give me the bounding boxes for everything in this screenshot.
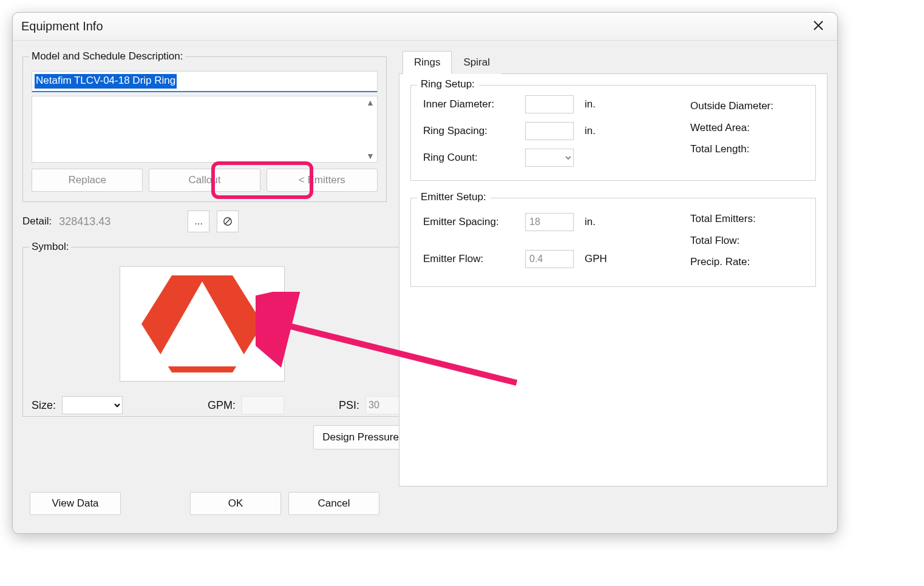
inner-diameter-input[interactable] xyxy=(525,95,574,113)
ring-count-label: Ring Count: xyxy=(423,152,520,164)
symbol-hexagon-icon xyxy=(141,269,263,379)
no-entry-icon xyxy=(223,217,233,226)
emitter-flow-unit: GPH xyxy=(585,253,615,265)
emitter-spacing-input[interactable] xyxy=(525,213,574,231)
emitter-flow-label: Emitter Flow: xyxy=(423,253,520,265)
ring-setup-group: Ring Setup: Inner Diameter: in. Ring Spa… xyxy=(410,85,816,181)
emitter-flow-input[interactable] xyxy=(525,250,574,268)
view-data-button[interactable]: View Data xyxy=(30,492,121,515)
design-pressure-button[interactable]: Design Pressure xyxy=(313,425,408,450)
scroll-down-icon[interactable]: ▼ xyxy=(366,151,375,161)
ring-spacing-input[interactable] xyxy=(525,122,574,140)
emitter-spacing-unit: in. xyxy=(585,216,615,228)
precip-rate-label: Precip. Rate: xyxy=(690,251,756,273)
ring-count-select[interactable] xyxy=(525,149,574,167)
total-length-label: Total Length: xyxy=(690,138,773,160)
detail-browse-button[interactable]: ... xyxy=(188,210,209,232)
size-label: Size: xyxy=(32,399,56,412)
replace-button[interactable]: Replace xyxy=(32,169,143,192)
annotation-highlight-rect xyxy=(211,161,313,199)
inner-diameter-label: Inner Diameter: xyxy=(423,98,520,110)
detail-label: Detail: xyxy=(22,215,52,227)
model-listbox[interactable]: ▲ ▼ xyxy=(32,96,378,163)
total-flow-label: Total Flow: xyxy=(690,230,756,252)
tabstrip: Rings Spiral xyxy=(399,50,827,74)
close-icon[interactable] xyxy=(808,16,829,37)
model-schedule-group: Model and Schedule Description: Netafim … xyxy=(22,50,387,202)
model-schedule-label: Model and Schedule Description: xyxy=(29,50,185,62)
svg-line-1 xyxy=(225,219,231,224)
listbox-scrollbar[interactable]: ▲ ▼ xyxy=(364,96,377,162)
emitter-spacing-label: Emitter Spacing: xyxy=(423,216,520,228)
scroll-up-icon[interactable]: ▲ xyxy=(366,98,375,107)
cancel-button[interactable]: Cancel xyxy=(288,492,379,515)
gpm-value xyxy=(242,396,284,414)
emitter-setup-legend: Emitter Setup: xyxy=(417,191,490,203)
ring-setup-legend: Ring Setup: xyxy=(417,78,478,90)
emitter-setup-group: Emitter Setup: Emitter Spacing: in. Emit… xyxy=(410,198,816,287)
tab-rings[interactable]: Rings xyxy=(403,51,452,74)
wetted-area-label: Wetted Area: xyxy=(690,117,773,139)
tab-body-rings: Ring Setup: Inner Diameter: in. Ring Spa… xyxy=(399,74,827,487)
ring-spacing-label: Ring Spacing: xyxy=(423,125,520,137)
inner-diameter-unit: in. xyxy=(585,98,615,110)
symbol-preview xyxy=(120,266,285,382)
tab-spiral[interactable]: Spiral xyxy=(452,51,501,74)
detail-clear-button[interactable] xyxy=(217,210,239,232)
detail-value: 328413.43 xyxy=(59,215,180,228)
symbol-label: Symbol: xyxy=(29,241,71,253)
ok-button[interactable]: OK xyxy=(190,492,281,515)
model-input-wrap[interactable]: Netafim TLCV-04-18 Drip Ring xyxy=(32,71,378,92)
psi-label: PSI: xyxy=(339,399,359,412)
ring-spacing-unit: in. xyxy=(585,125,615,137)
equipment-info-dialog: Equipment Info Model and Schedule Descri… xyxy=(12,12,838,534)
gpm-label: GPM: xyxy=(208,399,236,412)
outside-diameter-label: Outside Diameter: xyxy=(690,95,773,117)
titlebar: Equipment Info xyxy=(13,13,837,41)
symbol-group: Symbol: Size: GPM: PSI: xyxy=(22,241,417,417)
total-emitters-label: Total Emitters: xyxy=(690,208,756,230)
model-input-selection: Netafim TLCV-04-18 Drip Ring xyxy=(35,74,177,89)
size-select[interactable] xyxy=(62,396,123,414)
dialog-title: Equipment Info xyxy=(21,19,103,33)
